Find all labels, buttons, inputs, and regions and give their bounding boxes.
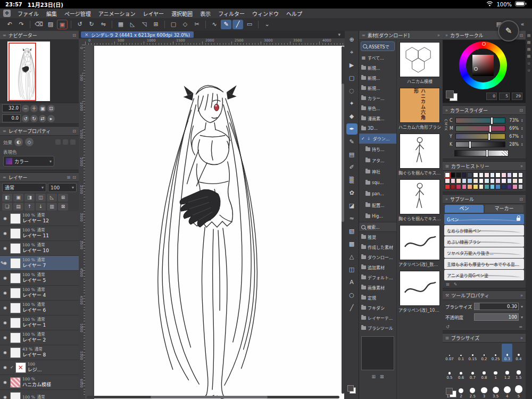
auto-select-tool[interactable]: ✦: [346, 98, 358, 109]
toolbar-more-options-button[interactable]: ⌄: [262, 20, 272, 29]
blend-tool[interactable]: ≈: [346, 213, 358, 224]
color-swatch[interactable]: [490, 178, 495, 184]
layer-row[interactable]: ◉100 % 通常レイヤー 12: [0, 211, 79, 226]
toolbar-redo-button[interactable]: ↷: [16, 20, 27, 29]
brush-size-1.5[interactable]: 1.5: [513, 362, 524, 380]
panel-toggle-icon[interactable]: ▤: [527, 47, 531, 52]
main-color-swatch[interactable]: [347, 385, 354, 392]
navigator-rotation-value[interactable]: 0.0: [2, 114, 21, 122]
toolbar-snap-grid-button[interactable]: ⊞: [151, 20, 161, 29]
material-folder[interactable]: 3D...: [359, 123, 396, 134]
marquee-tool[interactable]: ▢: [346, 72, 358, 84]
color-swatch[interactable]: [501, 178, 506, 184]
border-effect-icon[interactable]: ◐: [14, 138, 23, 146]
material-folder[interactable]: カラー...: [359, 93, 396, 103]
balloon-tool[interactable]: ○: [346, 289, 358, 301]
layer-row[interactable]: ◉100 % 通常レイヤー 11: [0, 226, 79, 241]
material-category[interactable]: ダウンロー...: [359, 252, 396, 262]
layer-lock-layer-button[interactable]: ▣: [13, 194, 23, 202]
color-swatch[interactable]: [501, 184, 506, 189]
airbrush-tool[interactable]: ▒: [346, 174, 358, 186]
toolbar-deselect-button[interactable]: ◇: [180, 20, 190, 29]
frame-tool[interactable]: ◫: [346, 264, 358, 275]
navigator-rotate-ccw-button[interactable]: ↺: [22, 115, 29, 122]
material-item[interactable]: ハニカム六角形ハニカム六角形ブラシ: [398, 88, 441, 130]
layer-new-raster-layer-button[interactable]: ❏: [2, 203, 12, 211]
color-swatch[interactable]: [445, 184, 450, 189]
toolbar-flip-horizontal-button[interactable]: ⇋: [98, 20, 109, 29]
color-swatch[interactable]: [473, 184, 478, 189]
document-tab[interactable]: × シンデレラ 2 (4441 x 6213px 600dpi 32.0%): [81, 31, 194, 38]
caret-down-icon[interactable]: ▾: [521, 315, 523, 320]
zoom-tool[interactable]: ⊕: [346, 34, 358, 45]
layer-ruler-layer-button[interactable]: ◺: [47, 194, 57, 202]
layer-clip-at-layer-button[interactable]: ◧: [2, 194, 12, 202]
material-subfolder[interactable]: 配置...: [359, 200, 396, 211]
layer-row[interactable]: ◉100 % 通常レイヤー 5: [0, 271, 79, 286]
opacity-slider[interactable]: [454, 150, 509, 156]
layer-new-folder-button[interactable]: ▤: [13, 203, 23, 211]
chevrons-icon[interactable]: »: [445, 197, 448, 202]
color-swatch[interactable]: [484, 172, 489, 178]
brush-size-2[interactable]: 2: [456, 381, 467, 399]
menu-item-アニメーション[interactable]: アニメーション: [95, 10, 139, 18]
color-swatch[interactable]: [467, 184, 472, 189]
toolbar-fill-area-button[interactable]: ▨: [45, 20, 56, 29]
menu-icon[interactable]: ≡: [3, 33, 6, 38]
foreground-color-swatch[interactable]: [446, 90, 454, 98]
toolbar-pen-mode-button[interactable]: ✎: [221, 20, 231, 29]
brush-size-0.15[interactable]: 0.15: [467, 344, 478, 362]
assets-search-button[interactable]: ASSETSで: [361, 41, 395, 51]
menu-item-ページ管理[interactable]: ページ管理: [61, 10, 95, 18]
menu-item-編集[interactable]: 編集: [43, 10, 61, 18]
brush-size-0.6[interactable]: 0.6: [456, 362, 467, 380]
color-swatch[interactable]: [467, 172, 472, 178]
decoration-tool[interactable]: ✿: [346, 187, 358, 198]
material-category[interactable]: 定規: [359, 293, 396, 303]
vertical-scrollbar[interactable]: [342, 46, 344, 394]
channel-slider[interactable]: [455, 142, 505, 147]
material-folder[interactable]: 新規...: [359, 83, 396, 93]
menu-item-レイヤー[interactable]: レイヤー: [139, 10, 168, 18]
color-swatch[interactable]: [456, 172, 461, 178]
menu-icon[interactable]: ≡: [362, 33, 365, 38]
navigator-zoom-in-button[interactable]: ＋: [30, 105, 38, 112]
pastel-tool[interactable]: ▤: [346, 149, 358, 160]
subtool-item[interactable]: Gペン: [444, 214, 524, 225]
panel-toggle-icon[interactable]: ▫: [527, 61, 531, 65]
effect-option-icon[interactable]: [63, 139, 68, 145]
hue-marker[interactable]: [482, 42, 486, 46]
navigator-preview[interactable]: [0, 40, 79, 103]
close-tab-icon[interactable]: ×: [85, 32, 88, 37]
brush-size-0.4[interactable]: 0.4: [513, 344, 524, 362]
menu-item-ファイル[interactable]: ファイル: [14, 10, 43, 18]
quick-access-button[interactable]: ✎: [498, 20, 519, 41]
subtool-item[interactable]: ツヤベタ万能入り抜き...: [444, 247, 524, 258]
grid-icon[interactable]: ⊞: [445, 164, 449, 169]
brush-tool[interactable]: ✐: [346, 162, 358, 173]
panel-options-icon[interactable]: ⊡: [72, 175, 76, 180]
material-item[interactable]: 胸ぐらを掴んでキス_する...: [398, 179, 441, 221]
toolbar-line-mode-button[interactable]: ╱: [232, 20, 243, 29]
property-slider[interactable]: 100: [474, 313, 519, 321]
layer-visibility-toggle[interactable]: ◉: [2, 365, 9, 370]
color-swatch[interactable]: [495, 178, 501, 184]
layer-duplicate-layer-button[interactable]: ▥: [47, 203, 57, 211]
layer-visibility-toggle[interactable]: ◉: [2, 246, 9, 251]
tab-menu-icon[interactable]: ▾: [336, 32, 343, 37]
material-folder[interactable]: ▦すべて...: [359, 53, 396, 63]
panel-toggle-icon[interactable]: ▫: [527, 68, 531, 72]
panel-options-icon[interactable]: ⊡: [519, 33, 523, 38]
subtool-tab-ペン[interactable]: ペン: [445, 205, 484, 213]
hue-ring[interactable]: [459, 41, 507, 89]
layer-visibility-toggle[interactable]: ◉: [2, 350, 9, 355]
color-swatch[interactable]: [518, 184, 523, 189]
layer-row[interactable]: ◉100 % 通常レイヤー 6: [0, 301, 79, 315]
line-correct-tool[interactable]: ╱: [346, 302, 358, 313]
menu-item-ヘルプ[interactable]: ヘルプ: [282, 10, 306, 18]
chevrons-icon[interactable]: »: [437, 33, 440, 38]
color-swatch[interactable]: [518, 172, 523, 178]
tone-effect-icon[interactable]: ◇: [25, 138, 34, 146]
color-swatch[interactable]: [479, 172, 484, 178]
color-swatch[interactable]: [518, 178, 523, 184]
